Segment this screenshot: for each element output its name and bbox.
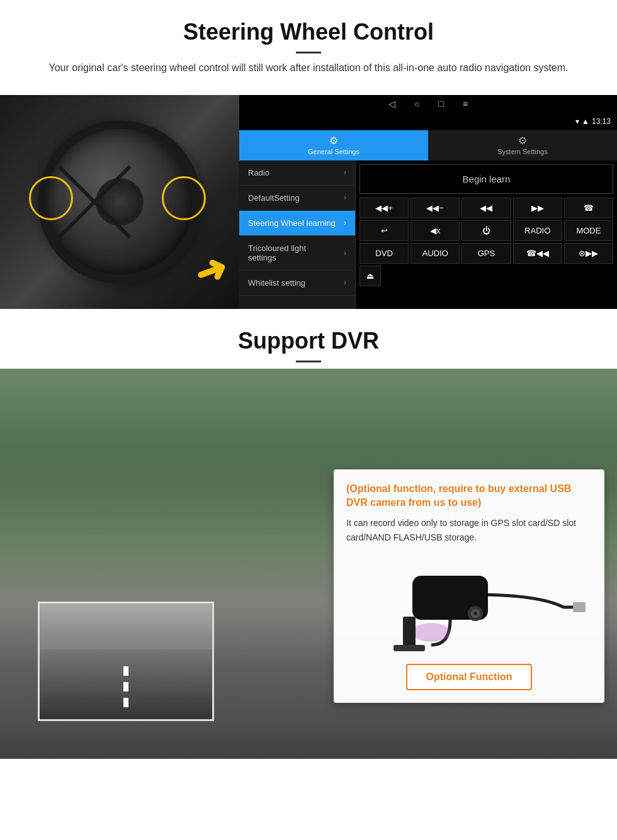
dvr-title: Support DVR: [25, 328, 592, 354]
gear-icon: ⚙: [329, 135, 338, 147]
ctrl-eject[interactable]: ⏏: [359, 266, 381, 286]
control-row-1: ◀◀+ ◀◀− ◀◀ ▶▶ ☎: [359, 198, 613, 218]
ctrl-prev[interactable]: ◀◀: [461, 198, 511, 218]
ctrl-audio[interactable]: AUDIO: [410, 243, 460, 264]
android-content: Radio › DefaultSetting › Steering Wheel …: [239, 160, 617, 309]
menu-item-steering[interactable]: Steering Wheel learning ›: [239, 211, 355, 236]
ctrl-mute[interactable]: ◀x: [410, 220, 460, 241]
ctrl-next[interactable]: ▶▶: [513, 198, 562, 218]
android-status-bar: ▾ ▲ 13:13: [239, 113, 617, 130]
dvr-background: (Optional function, require to buy exter…: [0, 369, 617, 759]
clock-display: 13:13: [592, 117, 611, 126]
chevron-icon: ›: [344, 193, 346, 202]
ctrl-vol-up[interactable]: ◀◀+: [359, 198, 409, 218]
ctrl-power[interactable]: ⏻: [461, 220, 511, 241]
dvr-inset-screenshot: [38, 602, 214, 721]
chevron-icon: ›: [344, 249, 346, 257]
menu-nav-btn[interactable]: ≡: [463, 99, 468, 109]
dvr-title-divider: [296, 361, 321, 362]
arrow-indicator: ➜: [190, 248, 232, 294]
android-menu: Radio › DefaultSetting › Steering Wheel …: [239, 160, 356, 309]
section1-subtitle: Your original car's steering wheel contr…: [38, 60, 579, 76]
ctrl-hangup[interactable]: ↩: [359, 220, 409, 241]
android-right-panel: Begin learn ◀◀+ ◀◀− ◀◀ ▶▶ ☎ ↩ ◀x ⏻ RADIO…: [356, 160, 617, 309]
control-row-4: ⏏: [359, 266, 613, 286]
steering-wheel-demo: ➜ ◁ ○ □ ≡ ▾ ▲ 13:13 ⚙ General Setting: [0, 95, 617, 309]
menu-tricoloured-label: Tricoloured lightsettings: [248, 244, 306, 262]
section1-title: Steering Wheel Control: [25, 19, 592, 45]
ctrl-dvd[interactable]: DVD: [359, 243, 409, 264]
svg-rect-6: [403, 617, 416, 648]
highlight-circle-right: [162, 176, 206, 220]
steering-wheel-image: ➜: [0, 95, 239, 309]
optional-function-button[interactable]: Optional Function: [406, 664, 533, 690]
svg-point-5: [412, 623, 450, 642]
ctrl-mode[interactable]: MODE: [564, 220, 613, 241]
gear2-icon: ⚙: [518, 135, 527, 147]
section1-title-area: Steering Wheel Control Your original car…: [0, 0, 617, 95]
home-nav-btn[interactable]: ○: [414, 99, 419, 109]
ctrl-tel-prev[interactable]: ☎◀◀: [513, 243, 562, 264]
menu-item-tricoloured[interactable]: Tricoloured lightsettings ›: [239, 236, 355, 271]
tab-general-settings[interactable]: ⚙ General Settings: [239, 130, 428, 160]
spoke-2: [93, 165, 132, 203]
chevron-icon: ›: [344, 218, 346, 227]
android-ui-panel: ◁ ○ □ ≡ ▾ ▲ 13:13 ⚙ General Settings ⚙: [239, 95, 617, 309]
dvr-title-area: Support DVR: [0, 309, 617, 369]
wifi-icon: ▾: [575, 117, 579, 126]
android-nav-bar: ◁ ○ □ ≡: [239, 95, 617, 113]
signal-icon: ▲: [582, 117, 589, 126]
ctrl-radio[interactable]: RADIO: [513, 220, 562, 241]
inset-road-line: [123, 661, 128, 708]
menu-steering-label: Steering Wheel learning: [248, 218, 336, 228]
control-row-2: ↩ ◀x ⏻ RADIO MODE: [359, 220, 613, 241]
spoke-1: [93, 200, 132, 238]
svg-point-4: [473, 612, 477, 615]
svg-rect-0: [573, 602, 586, 612]
recent-nav-btn[interactable]: □: [438, 99, 443, 109]
menu-whitelist-label: Whitelist setting: [248, 278, 305, 288]
ctrl-tel-next[interactable]: ⊗▶▶: [564, 243, 613, 264]
menu-item-whitelist[interactable]: Whitelist setting ›: [239, 271, 355, 296]
back-nav-btn[interactable]: ◁: [388, 99, 395, 109]
menu-default-label: DefaultSetting: [248, 193, 300, 203]
highlight-circle-left: [29, 176, 73, 220]
steering-wheel-section: Steering Wheel Control Your original car…: [0, 0, 617, 309]
control-row-3: DVD AUDIO GPS ☎◀◀ ⊗▶▶: [359, 243, 613, 264]
ctrl-gps[interactable]: GPS: [461, 243, 511, 264]
tab-system-settings[interactable]: ⚙ System Settings: [428, 130, 617, 160]
dvr-card-title: (Optional function, require to buy exter…: [346, 482, 592, 510]
menu-item-radio[interactable]: Radio ›: [239, 160, 355, 186]
tab-system-label: System Settings: [497, 148, 547, 155]
dvr-section: Support DVR (Optional function, require …: [0, 309, 617, 759]
status-icons: ▾ ▲ 13:13: [575, 117, 611, 126]
menu-item-default[interactable]: DefaultSetting ›: [239, 186, 355, 211]
dvr-info-card: (Optional function, require to buy exter…: [334, 469, 604, 703]
dvr-camera-illustration: [346, 554, 592, 654]
chevron-icon: ›: [344, 168, 346, 177]
android-tabs: ⚙ General Settings ⚙ System Settings: [239, 130, 617, 160]
tab-general-label: General Settings: [308, 148, 359, 155]
menu-radio-label: Radio: [248, 168, 269, 177]
dvr-device-svg: [349, 557, 589, 651]
begin-learn-button[interactable]: Begin learn: [359, 164, 613, 194]
ctrl-call[interactable]: ☎: [564, 198, 613, 218]
svg-rect-7: [393, 645, 425, 651]
dvr-card-body: It can record video only to storage in G…: [346, 516, 592, 544]
ctrl-vol-down[interactable]: ◀◀−: [410, 198, 460, 218]
title-divider: [296, 52, 321, 53]
chevron-icon: ›: [344, 278, 346, 287]
